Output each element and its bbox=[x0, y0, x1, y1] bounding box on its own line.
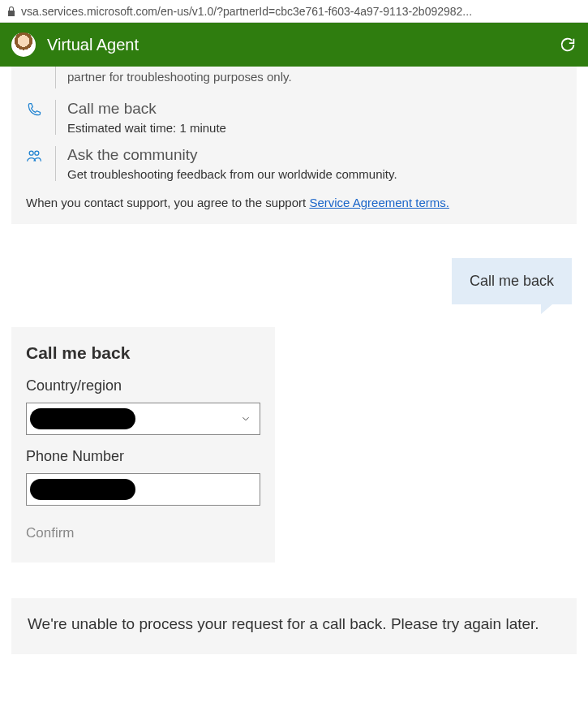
option-callback-sub: Estimated wait time: 1 minute bbox=[67, 121, 562, 135]
option-cutoff-text: partner for troubleshooting purposes onl… bbox=[55, 67, 562, 88]
app-header: Virtual Agent bbox=[0, 23, 588, 67]
redacted-country-value bbox=[30, 408, 135, 429]
support-options-card: partner for troubleshooting purposes onl… bbox=[11, 67, 577, 224]
phone-input[interactable] bbox=[26, 473, 260, 506]
reload-icon[interactable] bbox=[559, 36, 577, 54]
redacted-phone-value bbox=[30, 479, 135, 500]
svg-point-1 bbox=[35, 151, 39, 155]
country-select[interactable] bbox=[26, 403, 260, 435]
lock-icon bbox=[6, 6, 16, 17]
error-message-card: We're unable to process your request for… bbox=[11, 598, 577, 654]
phone-icon bbox=[26, 101, 42, 118]
option-call-me-back[interactable]: Call me back Estimated wait time: 1 minu… bbox=[26, 88, 562, 135]
phone-label: Phone Number bbox=[26, 448, 260, 465]
svg-point-0 bbox=[29, 151, 33, 155]
option-community-sub: Get troubleshooting feedback from our wo… bbox=[67, 167, 562, 181]
callback-form-card: Call me back Country/region Phone Number… bbox=[11, 327, 275, 562]
form-title: Call me back bbox=[26, 343, 260, 363]
agreement-text: When you contact support, you agree to t… bbox=[26, 181, 562, 209]
agreement-prefix: When you contact support, you agree to t… bbox=[26, 196, 309, 209]
confirm-button[interactable]: Confirm bbox=[26, 524, 75, 543]
chevron-down-icon bbox=[240, 413, 251, 424]
option-community-title: Ask the community bbox=[67, 146, 562, 164]
user-message-bubble: Call me back bbox=[452, 258, 572, 304]
header-title: Virtual Agent bbox=[47, 36, 547, 54]
country-label: Country/region bbox=[26, 377, 260, 394]
agent-avatar-icon bbox=[11, 32, 36, 57]
service-agreement-link[interactable]: Service Agreement terms. bbox=[309, 196, 449, 209]
community-icon bbox=[26, 148, 42, 164]
url-bar: vsa.services.microsoft.com/en-us/v1.0/?p… bbox=[0, 0, 588, 23]
option-ask-community[interactable]: Ask the community Get troubleshooting fe… bbox=[26, 135, 562, 181]
option-callback-title: Call me back bbox=[67, 100, 562, 118]
url-text: vsa.services.microsoft.com/en-us/v1.0/?p… bbox=[21, 5, 472, 18]
